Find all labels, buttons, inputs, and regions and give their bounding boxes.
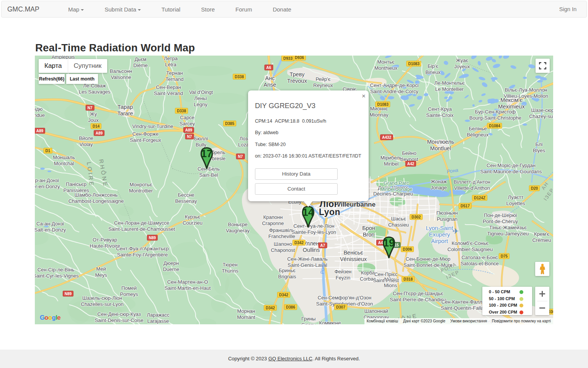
svg-text:19: 19 xyxy=(383,237,395,249)
svg-text:14: 14 xyxy=(302,207,314,218)
svg-text:17: 17 xyxy=(201,148,212,159)
